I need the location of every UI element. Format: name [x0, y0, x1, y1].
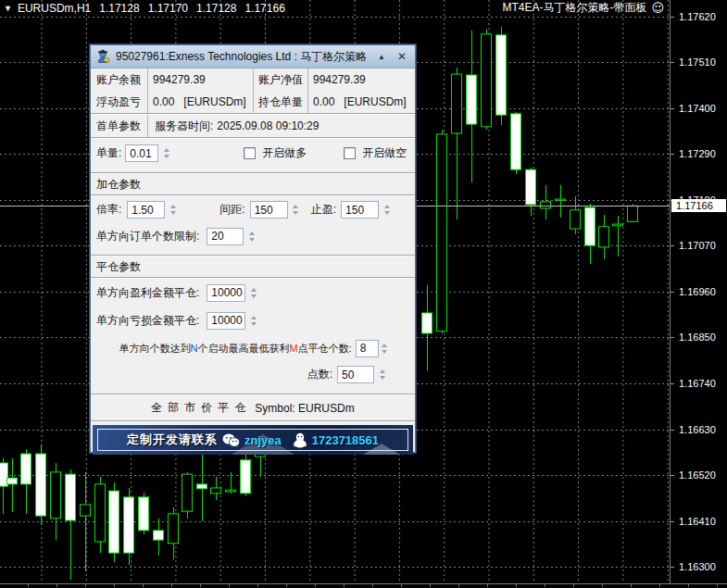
- close-params-section-label: 平仓参数: [96, 259, 141, 275]
- n-rule-part2: 个启动最高最低获利: [197, 343, 289, 354]
- ea-settings-dialog: 95027961:Exness Technologies Ltd : 马丁格尔策…: [90, 44, 416, 453]
- ea-name-label: MT4EA-马丁格尔策略-带面板 ☺: [502, 1, 664, 15]
- high-value: 1.17170: [148, 2, 188, 15]
- position-label: 持仓单量: [253, 91, 307, 113]
- spacing-input[interactable]: 150: [250, 201, 288, 219]
- axis-price-label: 1.16850: [679, 332, 716, 343]
- close-all-label: 全部市价平仓: [151, 400, 251, 416]
- axis-tick: [671, 17, 674, 18]
- axis-price-label: 1.16410: [679, 516, 716, 527]
- ad-banner[interactable]: 定制开发请联系 znjyea 1723718561: [93, 425, 413, 455]
- axis-tick: [671, 62, 674, 63]
- n-rule-m: M: [289, 343, 297, 354]
- count-stepper[interactable]: [381, 340, 388, 357]
- loss-close-input[interactable]: 10000: [207, 312, 245, 330]
- floating-pl-value: 0.00 [EURUSDm]: [147, 91, 253, 113]
- loss-close-stepper[interactable]: [247, 312, 259, 329]
- dialog-titlebar[interactable]: 95027961:Exness Technologies Ltd : 马丁格尔策…: [91, 45, 415, 69]
- points-stepper[interactable]: [376, 367, 388, 383]
- position-value: 0.00 [EURUSDm]: [307, 91, 415, 113]
- candle-bear: [526, 169, 536, 205]
- candle-bull: [95, 484, 106, 542]
- candle-bear: [585, 207, 595, 245]
- qq-icon: [293, 432, 307, 448]
- axis-price-label: 1.16630: [679, 424, 716, 435]
- max-orders-stepper[interactable]: [245, 228, 257, 244]
- axis-tick: [671, 292, 674, 293]
- points-input[interactable]: 50: [337, 366, 374, 383]
- close-all-symbol: Symbol: EURUSDm: [255, 402, 354, 415]
- profit-close-row: 单方向盈利金额平仓: 10000: [91, 279, 415, 307]
- time-axis-strip[interactable]: [0, 583, 727, 588]
- candle-bear: [241, 460, 251, 494]
- axis-price-label: 1.17290: [679, 148, 716, 159]
- spacing-label: 间距:: [219, 202, 244, 218]
- max-orders-row: 单方向订单个数限制: 20: [91, 223, 415, 249]
- tp-input[interactable]: 150: [341, 201, 379, 219]
- multiplier-label: 倍率:: [96, 202, 121, 218]
- candle-bear: [154, 531, 164, 540]
- candle-bull: [211, 488, 221, 494]
- low-value: 1.17128: [196, 2, 236, 15]
- close-all-button[interactable]: 全部市价平仓 Symbol: EURUSDm: [91, 395, 415, 420]
- first-order-section-label: 首单参数: [91, 115, 147, 137]
- enable-buy-checkbox[interactable]: [244, 147, 256, 159]
- floating-pl-number: 0.00: [153, 95, 174, 108]
- equity-value: 994279.39: [307, 69, 415, 91]
- collapse-button[interactable]: ▲: [374, 50, 389, 63]
- chart-info-bar: ▼ EURUSDm,H1 1.17128 1.17170 1.17128 1.1…: [4, 1, 285, 15]
- axis-tick: [671, 521, 674, 522]
- tp-stepper[interactable]: [381, 202, 393, 219]
- close-button[interactable]: ✕: [395, 50, 409, 63]
- count-label: 个数:: [329, 342, 352, 356]
- axis-price-label: 1.16740: [679, 378, 716, 389]
- banner-text: 定制开发请联系: [127, 432, 218, 448]
- tp-label: 止盈:: [311, 202, 336, 218]
- max-orders-input[interactable]: 20: [207, 228, 244, 245]
- axis-price-label: 1.17070: [679, 240, 716, 251]
- multiplier-stepper[interactable]: [167, 202, 179, 219]
- lot-stepper[interactable]: [160, 145, 172, 162]
- chevron-down-icon[interactable]: ▼: [4, 4, 12, 13]
- candle-bear: [36, 454, 46, 516]
- candle-bull: [182, 474, 193, 511]
- lot-input[interactable]: 0.01: [125, 144, 158, 162]
- candle-bull: [452, 74, 462, 133]
- first-order-header: 首单参数 服务器时间: 2025.09.08 09:10:29: [91, 115, 415, 137]
- floating-pl-label: 浮动盈亏: [91, 91, 147, 113]
- candle-bull: [541, 202, 551, 208]
- profit-close-input[interactable]: 10000: [207, 284, 245, 302]
- candle-bear: [66, 474, 76, 520]
- candle-bull: [628, 206, 638, 221]
- profit-close-stepper[interactable]: [247, 284, 259, 301]
- profit-close-label: 单方向盈利金额平仓:: [96, 285, 199, 301]
- candle-bull: [169, 514, 179, 544]
- candle-bull: [51, 472, 61, 519]
- count-input[interactable]: 8: [356, 340, 380, 357]
- axis-price-label: 1.17510: [679, 56, 716, 68]
- server-time: 服务器时间: 2025.09.08 09:10:29: [147, 115, 415, 137]
- floating-pl-symbol: [EURUSDm]: [183, 95, 245, 108]
- multiplier-input[interactable]: 1.50: [127, 201, 165, 219]
- loss-close-label: 单方向亏损金额平仓:: [96, 313, 199, 329]
- n-rule-label: 单方向个数达到N个启动最高最低获利M点平仓: [96, 331, 329, 367]
- expert-advisor-icon: [96, 49, 111, 64]
- n-rule-part3: 点平仓: [298, 343, 329, 354]
- banner-qq-number: 1723718561: [312, 433, 379, 447]
- close-params-header: 平仓参数: [91, 256, 415, 277]
- wechat-icon: [222, 433, 240, 447]
- lot-row: 单量: 0.01 开启做多 开启做空: [91, 139, 415, 168]
- price-axis[interactable]: 1.176201.175101.174001.172901.171801.170…: [670, 0, 727, 583]
- candle-bull: [613, 224, 623, 226]
- axis-tick: [671, 383, 674, 384]
- ea-title-text: MT4EA-马丁格尔策略-带面板: [502, 0, 646, 16]
- axis-price-label: 1.16300: [679, 561, 716, 572]
- axis-tick: [671, 430, 674, 431]
- candle-bear: [109, 491, 119, 553]
- candle-bull: [570, 210, 581, 229]
- server-time-label: 服务器时间:: [155, 119, 213, 134]
- candle-bear: [21, 454, 31, 484]
- enable-sell-checkbox[interactable]: [344, 147, 356, 159]
- symbol-period-label: EURUSDm,H1: [18, 2, 91, 15]
- spacing-stepper[interactable]: [290, 202, 302, 219]
